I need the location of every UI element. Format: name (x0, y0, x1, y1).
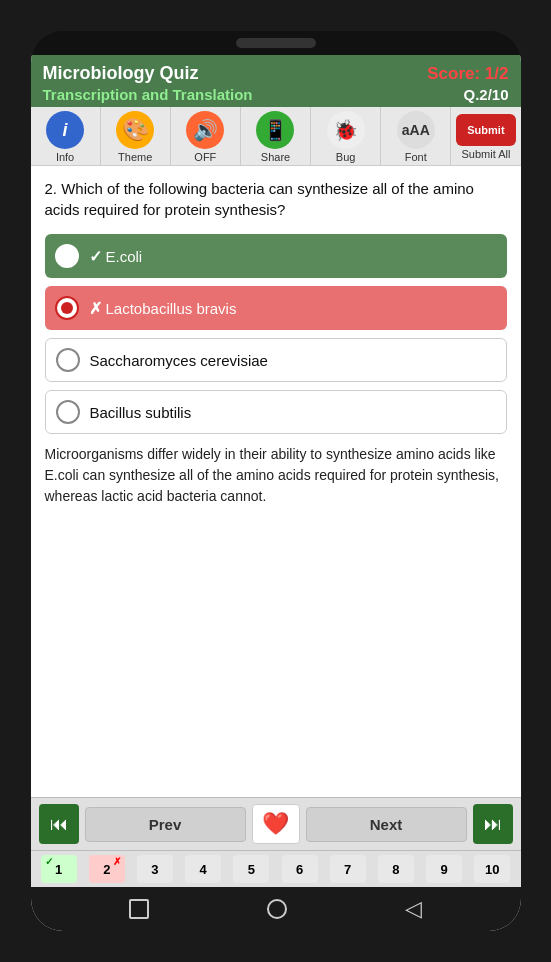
dot-6[interactable]: 6 (282, 855, 318, 883)
off-icon: 🔊 (186, 111, 224, 149)
answer-option-b[interactable]: ✗ Lactobacillus bravis (45, 286, 507, 330)
status-bar (31, 31, 521, 55)
marker-b: ✗ (89, 299, 102, 318)
font-icon: aAA (397, 111, 435, 149)
bottom-navigation: ⏮ Prev ❤️ Next ⏭ (31, 797, 521, 850)
toolbar-font[interactable]: aAA Font (381, 107, 451, 165)
quiz-subtitle: Transcription and Translation (43, 86, 253, 103)
recent-apps-button[interactable] (129, 899, 149, 919)
app-title: Microbiology Quiz (43, 63, 199, 84)
dot-2[interactable]: ✗ 2 (89, 855, 125, 883)
radio-c (56, 348, 80, 372)
content-area: 2. Which of the following bacteria can s… (31, 166, 521, 797)
answer-label-c: Saccharomyces cerevisiae (90, 352, 268, 369)
radio-a (55, 244, 79, 268)
theme-label: Theme (118, 151, 152, 163)
toolbar-info[interactable]: i Info (31, 107, 101, 165)
question-number: Q.2/10 (463, 86, 508, 103)
dot-3[interactable]: 3 (137, 855, 173, 883)
share-icon: 📱 (256, 111, 294, 149)
first-question-button[interactable]: ⏮ (39, 804, 79, 844)
dot-1[interactable]: ✓ 1 (41, 855, 77, 883)
dot-10[interactable]: 10 (474, 855, 510, 883)
answer-option-d[interactable]: Bacillus subtilis (45, 390, 507, 434)
dot-9[interactable]: 9 (426, 855, 462, 883)
answer-label-b: Lactobacillus bravis (106, 300, 237, 317)
phone-frame: Microbiology Quiz Score: 1/2 Transcripti… (31, 31, 521, 931)
bug-icon: 🐞 (327, 111, 365, 149)
status-pill (236, 38, 316, 48)
app-header: Microbiology Quiz Score: 1/2 Transcripti… (31, 55, 521, 107)
app-container: Microbiology Quiz Score: 1/2 Transcripti… (31, 55, 521, 931)
explanation-text: Microorganisms differ widely in their ab… (45, 444, 507, 507)
last-question-button[interactable]: ⏭ (473, 804, 513, 844)
score-display: Score: 1/2 (427, 64, 508, 84)
info-label: Info (56, 151, 74, 163)
submit-icon: Submit (456, 114, 516, 146)
last-icon: ⏭ (484, 814, 502, 835)
marker-a: ✓ (89, 247, 102, 266)
info-icon: i (46, 111, 84, 149)
submit-label: Submit All (461, 148, 510, 160)
toolbar-bug[interactable]: 🐞 Bug (311, 107, 381, 165)
off-label: OFF (194, 151, 216, 163)
question-dots: ✓ 1 ✗ 2 3 4 5 6 7 8 9 10 (31, 850, 521, 887)
answer-label-d: Bacillus subtilis (90, 404, 192, 421)
radio-d (56, 400, 80, 424)
answer-option-a[interactable]: ✓ E.coli (45, 234, 507, 278)
system-navigation: ◁ (31, 887, 521, 931)
next-label: Next (370, 816, 403, 833)
bug-label: Bug (336, 151, 356, 163)
back-button[interactable]: ◁ (405, 896, 422, 922)
first-icon: ⏮ (50, 814, 68, 835)
toolbar: i Info 🎨 Theme 🔊 OFF 📱 Share 🐞 Bug aAA (31, 107, 521, 166)
dot-7[interactable]: 7 (330, 855, 366, 883)
radio-b (55, 296, 79, 320)
theme-icon: 🎨 (116, 111, 154, 149)
dot-4[interactable]: 4 (185, 855, 221, 883)
prev-button[interactable]: Prev (85, 807, 246, 842)
question-text: 2. Which of the following bacteria can s… (45, 178, 507, 220)
heart-icon: ❤️ (262, 811, 289, 837)
share-label: Share (261, 151, 290, 163)
answer-label-a: E.coli (106, 248, 143, 265)
dot-5[interactable]: 5 (233, 855, 269, 883)
home-button[interactable] (267, 899, 287, 919)
toolbar-theme[interactable]: 🎨 Theme (101, 107, 171, 165)
prev-label: Prev (149, 816, 182, 833)
toolbar-submit[interactable]: Submit Submit All (451, 107, 520, 165)
dot-1-marker: ✓ (45, 856, 53, 867)
toolbar-share[interactable]: 📱 Share (241, 107, 311, 165)
font-label: Font (405, 151, 427, 163)
radio-b-inner (61, 302, 73, 314)
favorite-button[interactable]: ❤️ (252, 804, 300, 844)
dot-8[interactable]: 8 (378, 855, 414, 883)
answer-option-c[interactable]: Saccharomyces cerevisiae (45, 338, 507, 382)
next-button[interactable]: Next (306, 807, 467, 842)
toolbar-off[interactable]: 🔊 OFF (171, 107, 241, 165)
dot-2-marker: ✗ (113, 856, 121, 867)
